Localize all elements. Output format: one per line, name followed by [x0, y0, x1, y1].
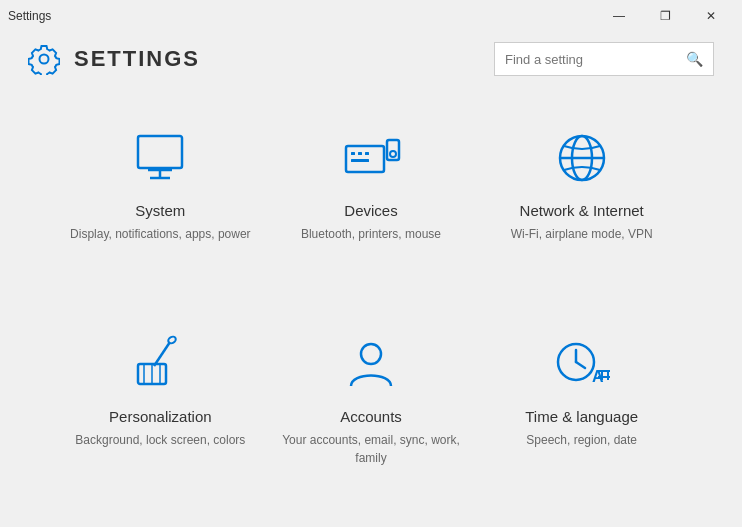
- devices-icon: [339, 126, 403, 190]
- settings-grid: System Display, notifications, apps, pow…: [0, 86, 742, 527]
- system-tile-desc: Display, notifications, apps, power: [70, 225, 251, 243]
- system-tile-title: System: [135, 202, 185, 219]
- personalization-icon: [128, 332, 192, 396]
- tile-devices[interactable]: Devices Bluetooth, printers, mouse: [271, 106, 472, 263]
- title-bar-label: Settings: [8, 9, 51, 23]
- accounts-icon: [339, 332, 403, 396]
- personalization-tile-title: Personalization: [109, 408, 212, 425]
- network-icon: [550, 126, 614, 190]
- close-button[interactable]: ✕: [688, 0, 734, 32]
- svg-rect-10: [351, 159, 369, 162]
- title-bar: Settings — ❐ ✕: [0, 0, 742, 32]
- minimize-button[interactable]: —: [596, 0, 642, 32]
- svg-point-19: [167, 335, 177, 344]
- time-tile-title: Time & language: [525, 408, 638, 425]
- time-icon: A: [550, 332, 614, 396]
- title-bar-left: Settings: [8, 9, 51, 23]
- title-bar-controls: — ❐ ✕: [596, 0, 734, 32]
- tile-personalization[interactable]: Personalization Background, lock screen,…: [60, 312, 261, 469]
- header-title: SETTINGS: [74, 46, 200, 72]
- system-icon: [128, 126, 192, 190]
- svg-rect-26: [601, 370, 603, 380]
- network-tile-desc: Wi-Fi, airplane mode, VPN: [511, 225, 653, 243]
- network-tile-title: Network & Internet: [520, 202, 644, 219]
- svg-line-23: [576, 362, 585, 368]
- svg-rect-9: [365, 152, 369, 155]
- tile-network[interactable]: Network & Internet Wi-Fi, airplane mode,…: [481, 106, 682, 263]
- svg-point-6: [390, 151, 396, 157]
- devices-tile-desc: Bluetooth, printers, mouse: [301, 225, 441, 243]
- time-tile-desc: Speech, region, date: [526, 431, 637, 449]
- search-box[interactable]: 🔍: [494, 42, 714, 76]
- settings-gear-icon: [28, 43, 60, 75]
- header-left: SETTINGS: [28, 43, 200, 75]
- search-input[interactable]: [505, 52, 686, 67]
- devices-tile-title: Devices: [344, 202, 397, 219]
- svg-rect-8: [358, 152, 362, 155]
- tile-system[interactable]: System Display, notifications, apps, pow…: [60, 106, 261, 263]
- accounts-tile-desc: Your accounts, email, sync, work, family: [281, 431, 462, 467]
- header: SETTINGS 🔍: [0, 32, 742, 86]
- svg-point-20: [361, 344, 381, 364]
- maximize-button[interactable]: ❐: [642, 0, 688, 32]
- personalization-tile-desc: Background, lock screen, colors: [75, 431, 245, 449]
- svg-rect-0: [138, 136, 182, 168]
- svg-rect-28: [607, 370, 609, 380]
- svg-rect-7: [351, 152, 355, 155]
- accounts-tile-title: Accounts: [340, 408, 402, 425]
- tile-accounts[interactable]: Accounts Your accounts, email, sync, wor…: [271, 312, 472, 487]
- search-icon: 🔍: [686, 51, 703, 67]
- svg-line-18: [154, 342, 170, 366]
- settings-window: Settings — ❐ ✕ SETTINGS 🔍: [0, 0, 742, 527]
- tile-time[interactable]: A Time & language Speech, region, date: [481, 312, 682, 469]
